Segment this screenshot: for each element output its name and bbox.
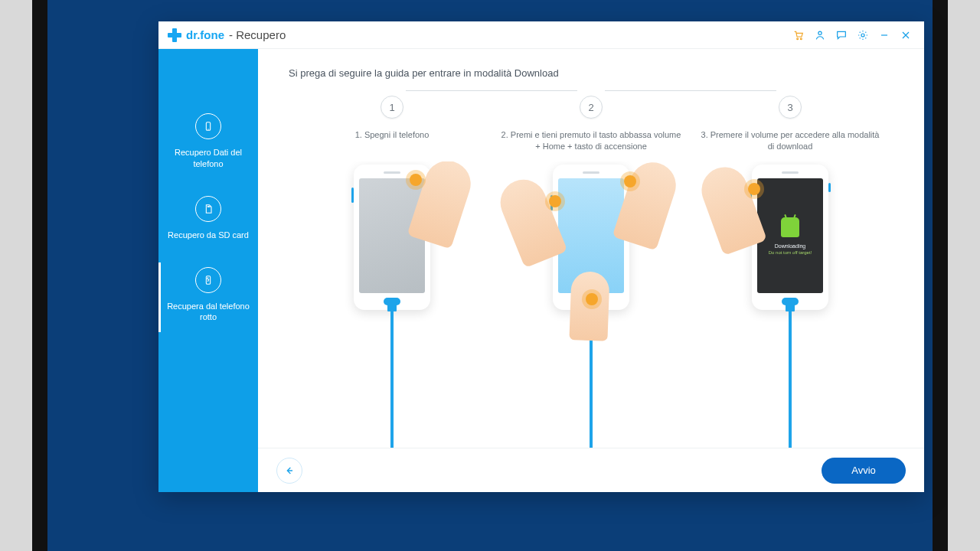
step-connector — [605, 90, 776, 91]
sidebar-item-sd-recovery[interactable]: Recupero da SD card — [158, 185, 258, 256]
step-connector — [406, 90, 577, 91]
step-badge: 2 — [580, 96, 603, 119]
minimize-button[interactable] — [874, 24, 895, 46]
svg-point-0 — [797, 37, 799, 39]
step-text: 1. Spegni il telefono — [296, 129, 488, 161]
download-mode-label: Downloading — [775, 243, 805, 249]
step-text: 2. Premi e tieni premuto il tasto abbass… — [495, 129, 687, 161]
step-3: 3 3. Premere il volume per accedere alla… — [694, 96, 886, 161]
phones-row: Downloading Do not turn off target! — [258, 161, 924, 448]
sidebar: Recupero Dati del telefono Recupero da S… — [158, 49, 258, 492]
step-text: 3. Premere il volume per accedere alla m… — [694, 129, 886, 161]
step-2: 2 2. Premi e tieni premuto il tasto abba… — [495, 96, 687, 161]
touch-dot-icon — [624, 175, 636, 187]
phone-data-icon — [195, 113, 221, 139]
svg-point-1 — [800, 37, 802, 39]
android-icon — [781, 217, 799, 237]
sidebar-item-label: Recupero da SD card — [165, 230, 252, 241]
guide-title: Si prega di seguire la guida per entrare… — [258, 49, 924, 79]
step-badge: 3 — [779, 96, 802, 119]
touch-dot-icon — [410, 174, 422, 186]
module-name: - Recupero — [229, 28, 286, 41]
cable-icon — [390, 310, 394, 448]
close-button[interactable] — [895, 24, 916, 46]
start-button[interactable]: Avvio — [822, 458, 906, 484]
touch-dot-icon — [748, 183, 760, 195]
phone-illustration-1 — [296, 165, 488, 448]
touch-dot-icon — [586, 293, 598, 305]
brand-logo-icon — [168, 28, 181, 42]
svg-point-3 — [861, 34, 864, 37]
step-badge: 1 — [381, 96, 403, 119]
broken-phone-icon — [195, 267, 221, 293]
brand-name: dr.fone — [186, 28, 224, 41]
phone-illustration-3: Downloading Do not turn off target! — [694, 165, 886, 448]
feedback-icon[interactable] — [831, 24, 852, 46]
sidebar-item-phone-recovery[interactable]: Recupero Dati del telefono — [158, 103, 258, 185]
cable-icon — [789, 310, 792, 448]
back-button[interactable] — [276, 458, 302, 484]
touch-dot-icon — [549, 195, 561, 207]
app-window: dr.fone - Recupero — [158, 21, 924, 492]
svg-point-2 — [818, 31, 822, 34]
hand-icon — [569, 271, 609, 341]
sidebar-item-broken-phone[interactable]: Recupera dal telefono rotto — [158, 256, 258, 339]
footer: Avvio — [258, 448, 924, 492]
sd-card-icon — [195, 196, 221, 222]
settings-icon[interactable] — [852, 24, 874, 46]
sidebar-item-label: Recupero Dati del telefono — [165, 147, 252, 170]
phone-illustration-2 — [495, 165, 687, 448]
steps-row: 1 1. Spegni il telefono 2 2. Premi e tie… — [258, 79, 924, 161]
main-panel: Si prega di seguire la guida per entrare… — [258, 49, 924, 492]
cart-icon[interactable] — [788, 24, 809, 46]
sidebar-item-label: Recupera dal telefono rotto — [165, 301, 252, 324]
download-mode-sublabel: Do not turn off target! — [769, 250, 812, 255]
account-icon[interactable] — [809, 24, 831, 46]
titlebar: dr.fone - Recupero — [158, 21, 924, 49]
step-1: 1 1. Spegni il telefono — [296, 96, 488, 161]
